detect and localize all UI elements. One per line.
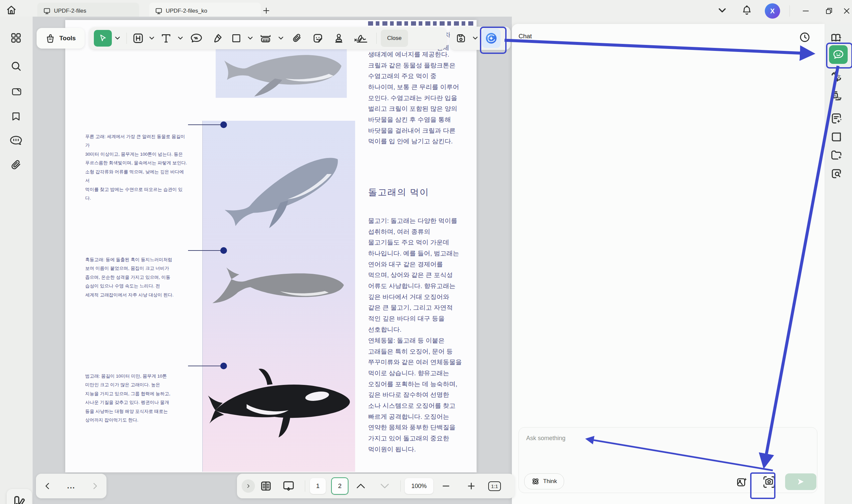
ai-chat-button[interactable] (829, 45, 848, 64)
theme-swatch-button[interactable] (7, 489, 32, 504)
home-button[interactable] (5, 3, 18, 17)
paperclip-icon (291, 33, 302, 43)
restore-icon (825, 7, 833, 15)
more-pages-button[interactable]: ... (67, 482, 75, 490)
ai-logo-icon (484, 31, 499, 46)
page-layout-button[interactable] (255, 478, 277, 494)
attachment-icon (10, 159, 22, 171)
select-tool-dropdown[interactable] (112, 30, 123, 47)
callout-dot-2[interactable] (220, 247, 227, 254)
heading-tool-button[interactable] (130, 30, 146, 47)
sidebar-item-thumbnails[interactable] (8, 31, 23, 45)
minimize-button[interactable] (798, 5, 813, 17)
sidebar-item-pages[interactable] (8, 85, 23, 99)
attach-file-button[interactable] (287, 30, 307, 47)
chevron-down-icon (380, 483, 389, 489)
shape-tool-button[interactable] (228, 30, 245, 47)
ai-assistant-button[interactable] (482, 29, 500, 48)
ai-summarize-button[interactable] (829, 111, 844, 126)
zoom-out-button[interactable] (433, 478, 459, 494)
left-sidebar (0, 17, 33, 504)
next-page-button[interactable] (373, 478, 396, 494)
pages-icon (10, 86, 22, 97)
sidebar-item-attachments[interactable] (8, 158, 23, 172)
ai-files-button[interactable] (829, 148, 844, 162)
shape-tool-dropdown[interactable] (245, 30, 256, 47)
svg-text:A: A (834, 93, 836, 98)
actual-size-button[interactable]: 1:1 (484, 478, 505, 494)
note-orca-whale: 범고래: 몸길이 10미터 미만, 몸무게 10톤 미만인 크고 이가 많은 고… (85, 372, 188, 425)
screenshot-ask-button[interactable] (759, 472, 779, 492)
comment-icon (190, 33, 202, 44)
bell-icon (742, 5, 752, 16)
back-icon[interactable] (43, 482, 52, 490)
sidebar-item-bookmarks[interactable] (8, 109, 23, 124)
avatar[interactable]: X (765, 3, 780, 19)
new-tab-button[interactable] (260, 5, 272, 17)
ai-search-button[interactable] (829, 166, 844, 181)
tools-button[interactable]: Tools (37, 28, 85, 49)
screenshot-camera-icon (762, 475, 776, 489)
callout-dot-1[interactable] (220, 122, 227, 128)
presentation-button[interactable] (277, 478, 300, 494)
plus-icon (262, 7, 270, 15)
heading-tool-dropdown[interactable] (146, 30, 157, 47)
reader-view-button[interactable] (829, 130, 844, 144)
text-tool-button[interactable] (157, 30, 175, 47)
callout-dot-3[interactable] (220, 363, 227, 369)
highlighter-tool-button[interactable] (207, 30, 228, 47)
sticker-icon (312, 33, 323, 44)
stamp-tool-button[interactable] (329, 30, 349, 47)
think-toggle-button[interactable]: Think (524, 473, 564, 489)
updf-app-window: UPDF-2-files UPDF-2-files_ko X (0, 0, 852, 504)
book-sparkle-icon (830, 32, 842, 44)
translate-page-icon: A文 (830, 90, 842, 102)
close-toolbar-button[interactable]: Close (381, 30, 408, 47)
clipped-text-line (368, 21, 475, 25)
page-1-button[interactable]: 1 (310, 478, 326, 494)
sidebar-item-search[interactable] (8, 59, 23, 74)
close-icon (843, 7, 851, 15)
highlighter-icon (212, 33, 223, 44)
save-button[interactable] (453, 30, 468, 47)
chevron-down-icon (473, 37, 478, 40)
insert-image-button[interactable] (734, 475, 749, 489)
select-tool-button[interactable] (94, 30, 112, 47)
zoom-level-button[interactable]: 100% (405, 478, 433, 494)
ai-translate-page-button[interactable]: A文 (829, 89, 844, 103)
save-dropdown[interactable] (471, 30, 480, 47)
expand-controls-button[interactable] (242, 480, 255, 493)
whale-panel (202, 121, 355, 472)
ai-read-button[interactable] (829, 31, 844, 45)
close-window-button[interactable] (841, 5, 852, 17)
chevron-down-icon (149, 37, 154, 40)
maximize-button[interactable] (821, 5, 837, 17)
chat-history-button[interactable] (797, 30, 812, 44)
ruler-icon (259, 33, 272, 44)
ai-translate-button[interactable]: A文 (829, 69, 844, 84)
zoom-level-value: 100% (411, 483, 427, 490)
titlebar-chevron-button[interactable] (715, 5, 729, 17)
callout-line-3 (188, 366, 224, 366)
comment-tool-button[interactable] (186, 30, 207, 47)
chat-input[interactable]: Ask something (526, 435, 565, 442)
two-page-view-icon (260, 480, 272, 492)
text-tool-dropdown[interactable] (175, 30, 186, 47)
sidebar-item-comments[interactable] (8, 132, 24, 148)
page-2-button[interactable]: 2 (331, 478, 349, 495)
document-tab-icon (43, 7, 51, 15)
sticker-tool-button[interactable] (307, 30, 329, 47)
think-label: Think (543, 478, 557, 485)
signature-icon (353, 33, 368, 43)
notifications-button[interactable] (740, 3, 754, 19)
signature-tool-button[interactable] (349, 30, 372, 47)
document-tab-icon (155, 7, 162, 15)
grid-icon (10, 32, 22, 43)
measure-tool-button[interactable] (256, 30, 275, 47)
forward-icon[interactable] (91, 482, 99, 490)
previous-page-button[interactable] (349, 478, 373, 494)
zoom-in-button[interactable] (459, 478, 484, 494)
chevron-up-icon (356, 483, 365, 489)
measure-tool-dropdown[interactable] (275, 30, 287, 47)
send-button[interactable] (785, 473, 816, 490)
